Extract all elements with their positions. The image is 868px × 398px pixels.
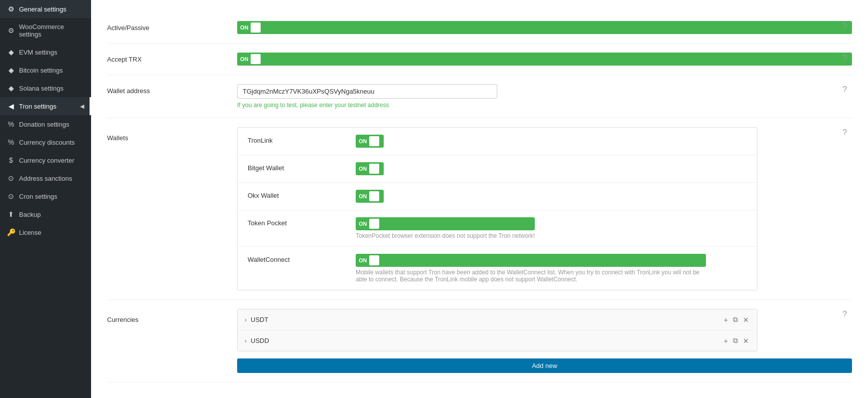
wallet-row-walletconnect: WalletConnect ON Mobile wallets that sup… [238,247,757,290]
active-passive-row: Active/Passive ON ? [107,12,852,44]
sidebar-item-bitcoin-settings[interactable]: ◆ Bitcoin settings [0,61,91,79]
wallet-toggle-label-okx-wallet: ON [359,193,367,199]
sidebar-label-general-settings: General settings [19,6,67,13]
currency-name-usdt: USDT [251,316,723,323]
sidebar-label-address-sanctions: Address sanctions [19,175,72,182]
wallet-toggle-walletconnect[interactable]: ON [356,254,706,267]
currency-arrow-usdd: › [245,337,247,344]
sidebar-active-arrow: ◀ [80,103,84,110]
currency-arrow-usdt: › [245,316,247,323]
sidebar-label-evm-settings: EVM settings [19,49,58,56]
sidebar-icon-currency-converter: $ [7,156,15,164]
wallet-name-token-pocket: Token Pocket [248,217,348,227]
active-passive-toggle[interactable]: ON [237,21,852,34]
sidebar-item-woocommerce-settings[interactable]: ⚙ WooCommerce settings [0,18,91,43]
currency-name-usdd: USDD [251,337,723,344]
wallet-info-bitget-wallet: ON [356,162,384,175]
currency-row-usdt: › USDT + ⧉ ✕ [238,309,757,330]
sidebar-item-cron-settings[interactable]: ⊙ Cron settings [0,187,91,205]
wallet-info-walletconnect: ON Mobile wallets that support Tron have… [356,254,706,283]
sidebar-label-license: License [19,229,42,236]
sidebar-item-general-settings[interactable]: ⚙ General settings [0,0,91,18]
wallets-row: Wallets TronLink ON Bitget Wallet ON Okx… [107,118,852,300]
wallets-label: Wallets [107,127,237,142]
sidebar-item-evm-settings[interactable]: ◆ EVM settings [0,43,91,61]
wallet-row-okx-wallet: Okx Wallet ON [238,183,757,210]
wallet-row-tronlink: TronLink ON [238,128,757,155]
active-passive-content: ON [237,21,852,34]
sidebar-label-bitcoin-settings: Bitcoin settings [19,67,63,74]
add-new-button[interactable]: Add new [237,358,852,373]
wallet-name-walletconnect: WalletConnect [248,254,348,263]
sidebar-icon-solana-settings: ◆ [7,84,15,92]
wallet-note-walletconnect: Mobile wallets that support Tron have be… [356,269,706,283]
active-passive-toggle-knob [251,23,261,33]
currency-copy-usdd[interactable]: ⧉ [732,335,739,346]
active-passive-help-icon[interactable]: ? [842,22,847,31]
wallet-address-help-icon[interactable]: ? [842,85,847,94]
wallet-toggle-token-pocket[interactable]: ON [356,217,535,230]
wallet-address-hint: If you are going to test, please enter y… [237,102,852,109]
sidebar-item-currency-discounts[interactable]: % Currency discounts [0,133,91,151]
accept-trx-toggle-label: ON [240,56,249,62]
sidebar-icon-donation-settings: % [7,120,15,128]
sidebar-item-backup[interactable]: ⬆ Backup [0,205,91,223]
currency-actions-usdd: + ⧉ ✕ [723,335,750,346]
wallet-toggle-label-walletconnect: ON [359,257,367,263]
sidebar-item-donation-settings[interactable]: % Donation settings [0,115,91,133]
currency-actions-usdt: + ⧉ ✕ [723,314,750,325]
wallet-toggle-bitget-wallet[interactable]: ON [356,162,384,175]
currency-delete-usdd[interactable]: ✕ [742,336,750,346]
accept-trx-toggle-knob [251,54,261,64]
sidebar-item-currency-converter[interactable]: $ Currency converter [0,151,91,169]
currencies-box: › USDT + ⧉ ✕ › USDD + ⧉ ✕ [237,309,757,351]
wallet-info-token-pocket: ON TokenPocket browser extension does no… [356,217,535,239]
sidebar-icon-bitcoin-settings: ◆ [7,66,15,74]
sidebar: ⚙ General settings ⚙ WooCommerce setting… [0,0,91,398]
wallet-toggle-okx-wallet[interactable]: ON [356,190,384,203]
wallet-toggle-knob-okx-wallet [369,191,379,201]
wallet-toggle-label-token-pocket: ON [359,221,367,227]
currencies-row: Currencies › USDT + ⧉ ✕ › USDD + ⧉ ✕ Add… [107,300,852,382]
wallets-box: TronLink ON Bitget Wallet ON Okx Wallet … [237,127,757,290]
sidebar-icon-evm-settings: ◆ [7,48,15,56]
wallet-info-okx-wallet: ON [356,190,384,203]
currency-add-usdt[interactable]: + [723,315,729,325]
currency-add-usdd[interactable]: + [723,336,729,346]
active-passive-toggle-label: ON [240,25,249,31]
sidebar-label-donation-settings: Donation settings [19,121,69,128]
wallet-address-input[interactable] [237,84,497,99]
sidebar-label-woocommerce-settings: WooCommerce settings [19,23,84,38]
currencies-label: Currencies [107,309,237,323]
sidebar-label-tron-settings: Tron settings [19,103,57,110]
wallet-toggle-knob-bitget-wallet [369,164,379,174]
currency-delete-usdt[interactable]: ✕ [742,315,750,325]
sidebar-item-license[interactable]: 🔑 License [0,223,91,241]
sidebar-icon-license: 🔑 [7,228,15,236]
wallets-help-icon[interactable]: ? [842,128,847,137]
currency-copy-usdt[interactable]: ⧉ [732,314,739,325]
wallet-name-bitget-wallet: Bitget Wallet [248,162,348,172]
sidebar-item-tron-settings[interactable]: ◀ Tron settings ◀ [0,97,91,115]
active-passive-label: Active/Passive [107,21,237,32]
wallet-address-row: Wallet address If you are going to test,… [107,75,852,118]
currencies-content: › USDT + ⧉ ✕ › USDD + ⧉ ✕ Add new [237,309,852,373]
wallets-content: TronLink ON Bitget Wallet ON Okx Wallet … [237,127,852,290]
sidebar-item-address-sanctions[interactable]: ⊙ Address sanctions [0,169,91,187]
accept-trx-label: Accept TRX [107,53,237,63]
wallet-toggle-label-bitget-wallet: ON [359,166,367,172]
sidebar-icon-tron-settings: ◀ [7,102,15,110]
wallet-toggle-tronlink[interactable]: ON [356,135,384,148]
accept-trx-content: ON [237,53,852,66]
sidebar-icon-woocommerce-settings: ⚙ [7,27,15,35]
sidebar-label-cron-settings: Cron settings [19,193,58,200]
wallet-toggle-knob-token-pocket [369,219,379,229]
accept-trx-row: Accept TRX ON ? [107,44,852,75]
accept-trx-help-icon[interactable]: ? [842,54,847,63]
main-content: Active/Passive ON ? Accept TRX ON ? Wall… [91,0,868,398]
sidebar-item-solana-settings[interactable]: ◆ Solana settings [0,79,91,97]
accept-trx-toggle[interactable]: ON [237,53,852,66]
wallet-row-token-pocket: Token Pocket ON TokenPocket browser exte… [238,210,757,247]
sidebar-icon-general-settings: ⚙ [7,5,15,13]
currencies-help-icon[interactable]: ? [842,310,847,319]
